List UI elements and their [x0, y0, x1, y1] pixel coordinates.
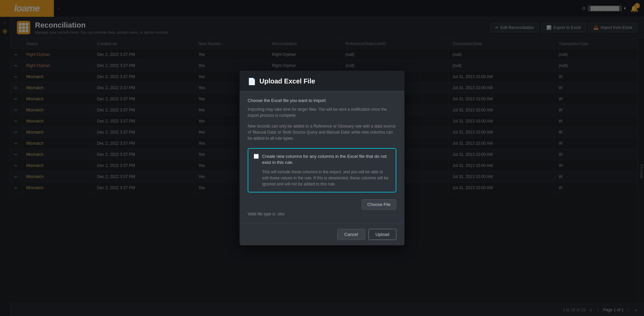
modal-desc-1: Importing may take time for larger files… — [248, 106, 396, 118]
modal-overlay: 📄 Upload Excel File Choose the Excel fil… — [0, 0, 644, 316]
modal-footer: Cancel Upload — [240, 223, 404, 245]
modal-subtitle: Choose the Excel file you want to import — [248, 98, 396, 103]
upload-modal: 📄 Upload Excel File Choose the Excel fil… — [240, 71, 404, 245]
checkbox-section: Create new columns for any columns in th… — [248, 148, 396, 192]
new-columns-checkbox[interactable] — [254, 154, 259, 159]
upload-button[interactable]: Upload — [368, 229, 396, 240]
file-upload-row: Choose File — [248, 199, 396, 210]
cancel-button[interactable]: Cancel — [337, 229, 365, 240]
choose-file-button[interactable]: Choose File — [362, 199, 396, 210]
file-hint: Valid file type is .xlsx — [248, 212, 396, 216]
modal-title: Upload Excel File — [259, 77, 315, 85]
modal-desc-2: New records can only be added to a Refer… — [248, 123, 396, 141]
file-icon: 📄 — [248, 77, 256, 85]
checkbox-label: Create new columns for any columns in th… — [262, 153, 390, 166]
checkbox-row: Create new columns for any columns in th… — [254, 153, 390, 166]
checkbox-description: This will include these columns in the i… — [254, 169, 390, 187]
modal-body: Choose the Excel file you want to import… — [240, 91, 404, 223]
modal-header: 📄 Upload Excel File — [240, 71, 404, 91]
